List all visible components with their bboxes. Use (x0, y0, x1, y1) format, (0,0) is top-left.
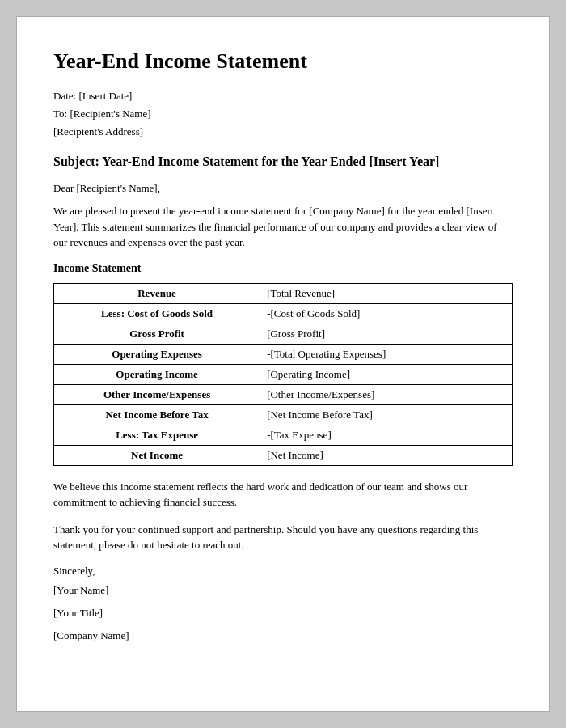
table-row-label: Other Income/Expenses (54, 384, 260, 404)
table-row: Net Income Before Tax[Net Income Before … (54, 404, 513, 425)
date-line: Date: [Insert Date] (53, 90, 513, 103)
table-row-value: [Net Income Before Tax] (260, 404, 513, 425)
table-row: Revenue[Total Revenue] (54, 283, 513, 303)
intro-paragraph: We are pleased to present the year-end i… (53, 203, 513, 251)
table-row: Less: Tax Expense-[Tax Expense] (54, 425, 513, 445)
document-title: Year-End Income Statement (53, 49, 513, 74)
table-row-label: Operating Income (54, 364, 260, 384)
table-row: Gross Profit[Gross Profit] (54, 324, 513, 344)
table-row-value: -[Tax Expense] (260, 425, 513, 445)
income-table: Revenue[Total Revenue]Less: Cost of Good… (53, 283, 513, 466)
subject-heading: Subject: Year-End Income Statement for t… (53, 153, 513, 171)
table-row: Less: Cost of Goods Sold-[Cost of Goods … (54, 303, 513, 324)
table-row: Other Income/Expenses[Other Income/Expen… (54, 384, 513, 404)
greeting-text: Dear [Recipient's Name], (53, 182, 513, 195)
table-row-label: Gross Profit (54, 324, 260, 344)
table-row-value: -[Total Operating Expenses] (260, 344, 513, 364)
table-row: Operating Expenses-[Total Operating Expe… (54, 344, 513, 364)
table-row-value: [Gross Profit] (260, 324, 513, 344)
closing-paragraph-2: Thank you for your continued support and… (53, 522, 513, 553)
table-row-value: [Net Income] (260, 445, 513, 465)
table-row-label: Net Income Before Tax (54, 404, 260, 425)
table-row: Net Income[Net Income] (54, 445, 513, 465)
table-row: Operating Income[Operating Income] (54, 364, 513, 384)
table-row-label: Less: Tax Expense (54, 425, 260, 445)
income-statement-heading: Income Statement (53, 262, 513, 275)
table-row-label: Less: Cost of Goods Sold (54, 303, 260, 324)
address-line: [Recipient's Address] (53, 125, 513, 138)
signature-block: [Your Name] [Your Title] [Company Name] (53, 584, 513, 642)
signature-name: [Your Name] (53, 584, 513, 597)
table-row-value: [Other Income/Expenses] (260, 384, 513, 404)
signature-company: [Company Name] (53, 629, 513, 642)
signature-title: [Your Title] (53, 607, 513, 620)
table-row-value: -[Cost of Goods Sold] (260, 303, 513, 324)
table-row-label: Net Income (54, 445, 260, 465)
salutation: Sincerely, (53, 565, 513, 578)
table-row-label: Operating Expenses (54, 344, 260, 364)
closing-paragraph-1: We believe this income statement reflect… (53, 479, 513, 510)
table-row-value: [Total Revenue] (260, 283, 513, 303)
table-row-label: Revenue (54, 283, 260, 303)
to-line: To: [Recipient's Name] (53, 108, 513, 121)
table-row-value: [Operating Income] (260, 364, 513, 384)
document-container: Year-End Income Statement Date: [Insert … (16, 16, 550, 712)
